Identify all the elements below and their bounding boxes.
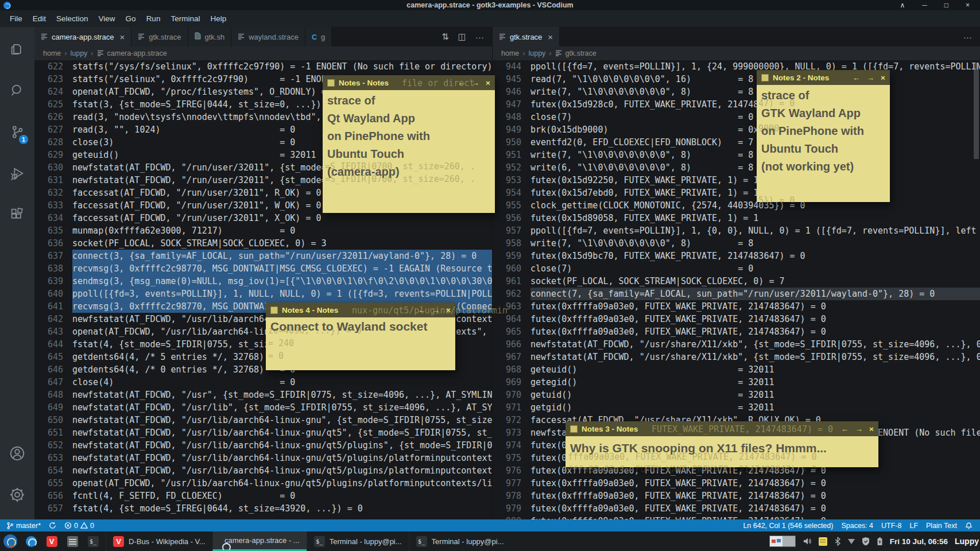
code-line[interactable]: 944ppoll([{fd=7, events=POLLIN}], 1, {24…: [493, 60, 980, 73]
code-line[interactable]: 954futex(0x15d7ebd0, FUTEX_WAKE_PRIVATE,…: [493, 187, 980, 199]
code-line[interactable]: 964futex(0xffffa09a03e0, FUTEX_WAKE_PRIV…: [493, 313, 980, 325]
close-icon[interactable]: ×: [966, 1, 970, 9]
menu-go[interactable]: Go: [121, 10, 141, 27]
explorer-icon[interactable]: [3, 33, 31, 66]
breadcrumb-file[interactable]: gtk.strace: [565, 49, 596, 57]
code-line[interactable]: 648newfstatat(AT_FDCWD, "/usr", {st_mode…: [34, 389, 492, 401]
code-line[interactable]: 958write(7, "\1\0\0\0\0\0\0\0", 8) = 8: [493, 237, 980, 250]
sync-indicator[interactable]: [45, 519, 60, 531]
tab-camera-app.strace[interactable]: camera-app.strace×: [34, 27, 131, 46]
note-content[interactable]: Why is GTK snooping on X11 files? Hmmm..…: [565, 436, 878, 455]
note-content[interactable]: strace ofQt Wayland Appon PinePhone with…: [323, 90, 495, 181]
settings-gear-icon[interactable]: [3, 478, 31, 511]
note-close-icon[interactable]: ×: [486, 79, 490, 87]
code-line[interactable]: 949brk(0x15db9000) = 0x15db9000: [493, 123, 980, 136]
code-line[interactable]: 970getuid() = 32011: [493, 389, 980, 401]
git-branch-indicator[interactable]: master*: [2, 519, 45, 531]
volume-icon[interactable]: [803, 537, 812, 546]
code-line[interactable]: 946write(7, "\1\0\0\0\0\0\0\0", 8) = 8: [493, 86, 980, 98]
code-line[interactable]: 655openat(AT_FDCWD, "/usr/lib/aarch64-li…: [34, 477, 492, 490]
code-line[interactable]: 647close(4) = 0: [34, 376, 492, 389]
task-button[interactable]: VD-Bus - Wikipedia - V...: [106, 531, 212, 551]
code-line[interactable]: 652newfstatat(AT_FDCWD, "/usr/lib/aarch6…: [34, 439, 492, 452]
breadcrumb-item-luppy[interactable]: luppy: [70, 49, 87, 57]
terminal-launcher-icon[interactable]: $_: [86, 534, 100, 548]
task-button[interactable]: $_Terminal - luppy@pi...: [307, 531, 409, 551]
code-line[interactable]: 950eventfd2(0, EFD_CLOEXEC|EFD_NONBLOCK)…: [493, 136, 980, 149]
account-icon[interactable]: [3, 437, 31, 470]
note-close-icon[interactable]: ×: [869, 425, 874, 433]
breadcrumb-item-home[interactable]: home: [501, 49, 519, 57]
note-prev-icon[interactable]: ←: [841, 425, 849, 433]
code-line[interactable]: 636socket(PF_LOCAL, SOCK_STREAM|SOCK_CLO…: [34, 237, 492, 250]
run-debug-icon[interactable]: [3, 157, 31, 190]
note-next-icon[interactable]: →: [867, 73, 875, 82]
network-icon[interactable]: [848, 539, 855, 544]
app-launcher-icon[interactable]: [3, 534, 17, 548]
code-line[interactable]: 969getegid() = 32011: [493, 376, 980, 389]
breadcrumb-item-home[interactable]: home: [43, 49, 61, 57]
sticky-note-4[interactable]: Notes 4 - Notes←→×Connect to Wayland soc…: [266, 302, 455, 370]
note-close-icon[interactable]: ×: [881, 73, 885, 82]
minimize-icon[interactable]: ─: [922, 1, 927, 9]
code-line[interactable]: 966newfstatat(AT_FDCWD, "/usr/share/X11/…: [493, 338, 980, 351]
note-content[interactable]: Connect to Wayland socket: [266, 317, 455, 333]
tab-g[interactable]: Cg: [305, 27, 332, 46]
code-line[interactable]: 947futex(0x15d928c0, FUTEX_WAKE_PRIVATE,…: [493, 98, 980, 111]
note-titlebar[interactable]: Notes 2 - Notes←→×: [757, 70, 890, 85]
tab-wayland.strace[interactable]: wayland.strace: [231, 27, 305, 46]
shield-icon[interactable]: [862, 537, 870, 546]
code-line[interactable]: 638recvmsg(3, 0xffffc2c98770, MSG_DONTWA…: [34, 262, 492, 275]
encoding[interactable]: UTF-8: [877, 519, 905, 531]
code-line[interactable]: 979futex(0xffffa09a03e0, FUTEX_WAKE_PRIV…: [493, 502, 980, 515]
compare-changes-icon[interactable]: ⇅: [441, 32, 449, 42]
code-line[interactable]: 955clock_gettime(CLOCK_MONOTONIC, {2574,…: [493, 199, 980, 212]
eol[interactable]: LF: [905, 519, 922, 531]
search-icon[interactable]: [3, 74, 31, 107]
cursor-position[interactable]: Ln 642, Col 1 (546 selected): [739, 519, 837, 531]
user-label[interactable]: Luppy: [955, 537, 980, 546]
tab-close-icon[interactable]: ×: [119, 32, 125, 42]
menu-help[interactable]: Help: [205, 10, 231, 27]
code-line[interactable]: 971getgid() = 32011: [493, 401, 980, 414]
code-line[interactable]: 635munmap(0xffffa62e3000, 71217) = 0: [34, 224, 492, 237]
problems-indicator[interactable]: 0 0: [60, 519, 98, 531]
extensions-icon[interactable]: [3, 198, 31, 231]
clock[interactable]: Fri 10 Jul, 06:56: [890, 537, 948, 546]
code-line[interactable]: 634faccessat(AT_FDCWD, "/run/user/32011"…: [34, 212, 492, 224]
menu-terminal[interactable]: Terminal: [165, 10, 205, 27]
menu-edit[interactable]: Edit: [28, 10, 51, 27]
code-line[interactable]: 952write(6, "\1\0\0\0\0\0\0\0", 8) = 8: [493, 161, 980, 174]
code-line[interactable]: 963futex(0xffffa09a03e0, FUTEX_WAKE_PRIV…: [493, 300, 980, 313]
battery-icon[interactable]: [877, 537, 883, 546]
indentation[interactable]: Spaces: 4: [837, 519, 877, 531]
more-actions-icon[interactable]: ···: [963, 32, 972, 42]
task-button[interactable]: $_Terminal - luppy@pi...: [409, 531, 511, 551]
breadcrumb-item-luppy[interactable]: luppy: [528, 49, 545, 57]
code-line[interactable]: 639sendmsg(3, {msg_name(0)=NULL, msg_iov…: [34, 275, 492, 288]
maximize-icon[interactable]: □: [944, 1, 948, 9]
code-line[interactable]: 653newfstatat(AT_FDCWD, "/usr/lib/aarch6…: [34, 452, 492, 464]
sticky-note-2[interactable]: Notes 2 - Notes←→×strace ofGTK Wayland A…: [757, 70, 890, 202]
code-line[interactable]: 640ppoll([{fd=3, events=POLLIN}], 1, NUL…: [34, 288, 492, 300]
code-line[interactable]: 656fcntl(4, F_SETFD, FD_CLOEXEC) = 0: [34, 490, 492, 502]
tab-gtk.strace[interactable]: gtk.strace: [131, 27, 188, 46]
vivaldi-launcher-icon[interactable]: V: [45, 534, 59, 548]
code-line[interactable]: 977futex(0xffffa09a03e0, FUTEX_WAKE_PRIV…: [493, 477, 980, 490]
code-line[interactable]: 951write(7, "\1\0\0\0\0\0\0\0", 8) = 8: [493, 149, 980, 161]
code-line[interactable]: 962connect(7, {sa_family=AF_LOCAL, sun_p…: [493, 288, 980, 300]
code-line[interactable]: 960close(7) = 0: [493, 262, 980, 275]
code-line[interactable]: 948close(7) = 0: [493, 111, 980, 123]
notifications-bell[interactable]: [961, 519, 977, 531]
code-line[interactable]: 965futex(0xffffa09a03e0, FUTEX_WAKE_PRIV…: [493, 325, 980, 338]
menu-run[interactable]: Run: [141, 10, 166, 27]
note-next-icon[interactable]: →: [855, 425, 863, 433]
code-line[interactable]: 657fstat(4, {st_mode=S_IFREG|0644, st_si…: [34, 502, 492, 515]
source-control-icon[interactable]: 1: [3, 115, 31, 149]
tab-close-icon[interactable]: ×: [548, 32, 553, 42]
code-line[interactable]: 967newfstatat(AT_FDCWD, "/usr/share/X11/…: [493, 351, 980, 363]
code-line[interactable]: 957ppoll([{fd=7, events=POLLIN}], 1, {0,…: [493, 224, 980, 237]
bluetooth-icon[interactable]: [834, 537, 841, 546]
breadcrumb-file[interactable]: camera-app.strace: [107, 49, 167, 57]
language-mode[interactable]: Plain Text: [922, 519, 961, 531]
